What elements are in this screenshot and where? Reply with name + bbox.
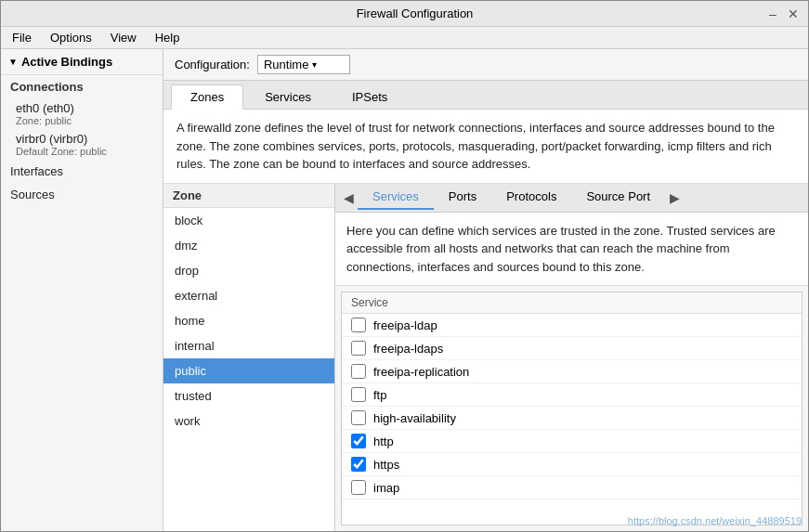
connection-virbr0[interactable]: virbr0 (virbr0) Default Zone: public [1, 129, 163, 160]
config-label: Configuration: [175, 58, 250, 71]
service-checkbox-ftp[interactable] [351, 387, 366, 402]
connection-eth0-zone: Zone: public [16, 115, 148, 126]
service-name-https: https [373, 458, 399, 472]
tab-ipsets[interactable]: IPSets [333, 84, 407, 109]
zones-panel: Zone block dmz drop external home intern… [163, 184, 335, 532]
watermark: https://blog.csdn.net/weixin_44889519 [628, 515, 802, 526]
sidebar-item-sources[interactable]: Sources [1, 183, 163, 206]
service-checkbox-high-availability[interactable] [351, 410, 366, 425]
tab-services-top[interactable]: Services [245, 84, 331, 109]
config-value: Runtime [264, 58, 308, 71]
detail-tab-protocols[interactable]: Protocols [491, 185, 571, 210]
service-row-ftp: ftp [342, 383, 802, 407]
menu-item-file[interactable]: File [5, 29, 39, 46]
service-name-freeipa-replication: freeipa-replication [373, 365, 469, 379]
zone-home[interactable]: home [163, 308, 334, 333]
nav-next-button[interactable]: ▶ [665, 184, 684, 212]
services-list-container: Service freeipa-ldap freeipa-ldaps freei… [341, 292, 802, 526]
zone-public[interactable]: public [163, 358, 334, 383]
menubar: FileOptionsViewHelp [1, 27, 808, 49]
service-name-ftp: ftp [373, 388, 386, 402]
config-bar: Configuration: Runtime ▾ [163, 49, 808, 81]
services-table-header: Service [342, 292, 802, 314]
service-row-freeipa-ldaps: freeipa-ldaps [342, 337, 802, 360]
zone-dmz[interactable]: dmz [163, 233, 334, 258]
connection-virbr0-zone: Default Zone: public [16, 146, 148, 157]
tab-zones[interactable]: Zones [171, 84, 243, 110]
service-row-http: http [342, 430, 802, 453]
sidebar-item-interfaces[interactable]: Interfaces [1, 160, 163, 183]
dropdown-arrow-icon: ▾ [312, 59, 317, 70]
minimize-button[interactable]: – [765, 6, 780, 21]
window-controls: – ✕ [765, 6, 801, 21]
collapse-icon: ▼ [8, 57, 18, 67]
detail-tab-services[interactable]: Services [358, 185, 434, 210]
nav-prev-button[interactable]: ◀ [339, 184, 358, 212]
service-checkbox-freeipa-ldaps[interactable] [351, 341, 366, 356]
titlebar: Firewall Configuration – ✕ [1, 1, 808, 27]
connection-virbr0-name: virbr0 (virbr0) [16, 132, 148, 146]
menu-item-options[interactable]: Options [43, 29, 99, 46]
menu-item-help[interactable]: Help [148, 29, 188, 46]
window-title: Firewall Configuration [64, 6, 765, 20]
connections-header: Connections [1, 75, 163, 98]
detail-tab-source-port[interactable]: Source Port [571, 185, 665, 210]
service-checkbox-https[interactable] [351, 457, 366, 472]
active-bindings-label: Active Bindings [21, 55, 112, 69]
zones-description: A firewalld zone defines the level of tr… [163, 110, 808, 184]
zone-work[interactable]: work [163, 409, 334, 434]
service-row-imap: imap [342, 476, 802, 500]
service-row-https: https [342, 453, 802, 476]
service-checkbox-freeipa-ldap[interactable] [351, 318, 366, 332]
zone-external[interactable]: external [163, 283, 334, 308]
connection-eth0[interactable]: eth0 (eth0) Zone: public [1, 98, 163, 129]
close-button[interactable]: ✕ [786, 6, 801, 21]
service-name-freeipa-ldaps: freeipa-ldaps [373, 342, 443, 356]
service-checkbox-freeipa-replication[interactable] [351, 364, 366, 379]
menu-item-view[interactable]: View [103, 29, 144, 46]
zones-list-header: Zone [163, 184, 334, 208]
zone-trusted[interactable]: trusted [163, 383, 334, 409]
sidebar: ▼ Active Bindings Connections eth0 (eth0… [1, 49, 163, 531]
top-tabs-bar: Zones Services IPSets [163, 81, 808, 110]
service-name-imap: imap [373, 481, 399, 495]
active-bindings-header: ▼ Active Bindings [1, 49, 163, 75]
detail-panel: ◀ Services Ports Protocols Source Port ▶… [335, 184, 808, 532]
zones-detail-split: Zone block dmz drop external home intern… [163, 184, 808, 532]
detail-tab-ports[interactable]: Ports [434, 185, 491, 210]
service-name-http: http [373, 435, 394, 448]
service-checkbox-imap[interactable] [351, 480, 366, 495]
service-name-freeipa-ldap: freeipa-ldap [373, 318, 437, 332]
services-description: Here you can define which services are t… [335, 213, 808, 287]
service-row-freeipa-ldap: freeipa-ldap [342, 314, 802, 337]
service-name-high-availability: high-availability [373, 411, 456, 425]
connection-eth0-name: eth0 (eth0) [16, 101, 148, 115]
zone-internal[interactable]: internal [163, 333, 334, 358]
content-area: ▼ Active Bindings Connections eth0 (eth0… [1, 49, 808, 531]
zone-drop[interactable]: drop [163, 258, 334, 283]
main-panel: Configuration: Runtime ▾ Zones Services … [163, 49, 808, 531]
service-row-freeipa-replication: freeipa-replication [342, 360, 802, 383]
zone-block[interactable]: block [163, 208, 334, 233]
detail-tabs-bar: ◀ Services Ports Protocols Source Port ▶ [335, 184, 808, 213]
config-dropdown[interactable]: Runtime ▾ [257, 55, 350, 74]
service-row-high-availability: high-availability [342, 407, 802, 430]
main-window: Firewall Configuration – ✕ FileOptionsVi… [0, 0, 809, 532]
service-checkbox-http[interactable] [351, 434, 366, 448]
